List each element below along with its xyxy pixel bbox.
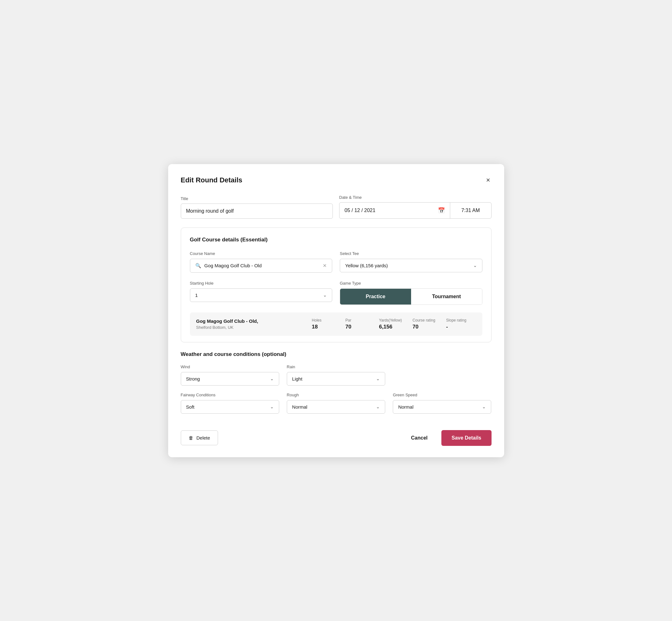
yards-value: 6,156 [379,324,405,330]
rough-dropdown[interactable]: Normal ⌄ [287,400,385,414]
close-button[interactable]: × [485,175,492,185]
course-name-value: Gog Magog Golf Club - Old [204,263,320,268]
edit-round-modal: Edit Round Details × Title Date & Time 0… [168,164,504,457]
game-type-toggle: Practice Tournament [340,288,482,305]
stat-slope-rating: Slope rating - [442,318,476,330]
delete-button[interactable]: 🗑 Delete [181,430,218,445]
title-field-group: Title [181,196,333,219]
chevron-down-icon: ⌄ [473,263,477,268]
holes-value: 18 [312,324,338,330]
rough-value: Normal [292,404,374,410]
time-value: 7:31 AM [461,208,480,213]
select-tee-value: Yellow (6,156 yards) [345,263,471,268]
par-value: 70 [345,324,371,330]
rain-label: Rain [287,365,295,369]
starting-hole-field: Starting Hole 1 ⌄ [190,280,333,305]
rain-dropdown[interactable]: Light ⌄ [287,372,385,385]
delete-label: Delete [197,435,210,441]
chevron-down-icon: ⌄ [323,292,327,298]
weather-section-title: Weather and course conditions (optional) [181,351,492,358]
search-icon: 🔍 [195,263,201,268]
select-tee-field: Select Tee Yellow (6,156 yards) ⌄ [340,251,482,273]
stat-course-rating: Course rating 70 [409,318,442,330]
course-stats: Holes 18 Par 70 Yards(Yellow) 6,156 Cour… [308,318,476,330]
green-speed-field: Green Speed Normal ⌄ [393,392,491,414]
fairway-value: Soft [186,404,267,410]
yards-label: Yards(Yellow) [379,318,405,323]
rough-label: Rough [287,392,299,397]
slope-rating-label: Slope rating [446,318,472,323]
clear-icon[interactable]: ✕ [323,263,327,268]
course-info-name: Gog Magog Golf Club - Old, [196,318,308,324]
stat-holes: Holes 18 [308,318,341,330]
wind-value: Strong [186,376,267,381]
course-info-box: Gog Magog Golf Club - Old, Shelford Bott… [190,313,482,336]
footer-right: Cancel Save Details [405,430,492,446]
title-label: Title [181,196,333,201]
chevron-down-icon: ⌄ [482,404,486,409]
select-tee-dropdown[interactable]: Yellow (6,156 yards) ⌄ [340,259,482,272]
rain-value: Light [292,376,374,381]
wind-field: Wind Strong ⌄ [181,364,279,385]
chevron-down-icon: ⌄ [270,376,274,381]
time-part[interactable]: 7:31 AM [450,203,491,218]
modal-title: Edit Round Details [181,176,243,184]
practice-toggle-button[interactable]: Practice [340,289,411,304]
date-time-label: Date & Time [339,195,492,200]
green-speed-value: Normal [398,404,479,410]
fairway-dropdown[interactable]: Soft ⌄ [181,400,279,414]
weather-section: Weather and course conditions (optional)… [181,351,492,414]
slope-rating-value: - [446,324,472,330]
fairway-rough-green-row: Fairway Conditions Soft ⌄ Rough Normal ⌄… [181,392,492,414]
stat-par: Par 70 [342,318,375,330]
rough-field: Rough Normal ⌄ [287,392,385,414]
date-time-field-group: Date & Time 05 / 12 / 2021 📅 7:31 AM [339,195,492,219]
cancel-button[interactable]: Cancel [405,431,434,445]
wind-dropdown[interactable]: Strong ⌄ [181,372,279,385]
golf-course-section-title: Golf Course details (Essential) [190,237,482,243]
course-info-name-section: Gog Magog Golf Club - Old, Shelford Bott… [196,318,308,330]
course-name-field: Course Name 🔍 Gog Magog Golf Club - Old … [190,251,333,273]
course-info-location: Shelford Bottom, UK [196,325,308,330]
rain-field: Rain Light ⌄ [287,364,385,385]
save-details-button[interactable]: Save Details [442,430,491,446]
game-type-field: Game Type Practice Tournament [340,280,482,305]
golf-course-section: Golf Course details (Essential) Course N… [181,227,492,342]
starting-hole-game-type-row: Starting Hole 1 ⌄ Game Type Practice Tou… [190,280,482,305]
footer-row: 🗑 Delete Cancel Save Details [181,424,492,446]
stat-yards: Yards(Yellow) 6,156 [375,318,409,330]
wind-label: Wind [181,365,190,369]
par-label: Par [345,318,371,323]
tournament-toggle-button[interactable]: Tournament [411,289,482,304]
chevron-down-icon: ⌄ [270,404,274,409]
trash-icon: 🗑 [189,435,194,441]
modal-header: Edit Round Details × [181,175,492,185]
starting-hole-dropdown[interactable]: 1 ⌄ [190,288,333,302]
calendar-icon: 📅 [438,207,445,214]
chevron-down-icon: ⌄ [376,376,380,381]
select-tee-label: Select Tee [340,251,359,256]
title-input[interactable] [181,204,333,219]
date-time-row: 05 / 12 / 2021 📅 7:31 AM [339,202,492,219]
course-name-search[interactable]: 🔍 Gog Magog Golf Club - Old ✕ [190,259,333,273]
date-value: 05 / 12 / 2021 [344,208,435,213]
wind-rain-row: Wind Strong ⌄ Rain Light ⌄ [181,364,492,385]
starting-hole-label: Starting Hole [190,281,214,286]
fairway-label: Fairway Conditions [181,392,216,397]
chevron-down-icon: ⌄ [376,404,380,409]
fairway-field: Fairway Conditions Soft ⌄ [181,392,279,414]
course-rating-label: Course rating [413,318,438,323]
date-part[interactable]: 05 / 12 / 2021 📅 [339,203,450,218]
top-fields-row: Title Date & Time 05 / 12 / 2021 📅 7:31 … [181,195,492,219]
course-rating-value: 70 [413,324,438,330]
game-type-label: Game Type [340,281,361,286]
holes-label: Holes [312,318,338,323]
green-speed-dropdown[interactable]: Normal ⌄ [393,400,491,414]
course-name-tee-row: Course Name 🔍 Gog Magog Golf Club - Old … [190,251,482,273]
green-speed-label: Green Speed [393,392,417,397]
course-name-label: Course Name [190,251,215,256]
starting-hole-value: 1 [195,292,321,298]
